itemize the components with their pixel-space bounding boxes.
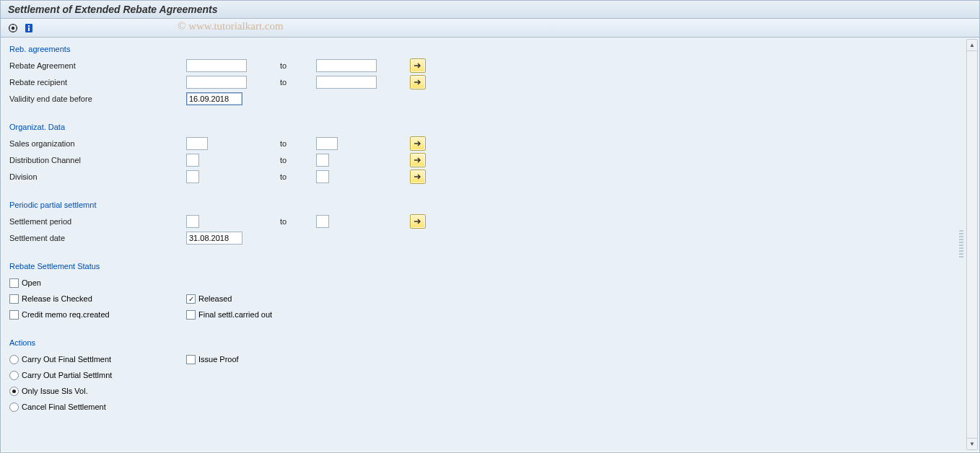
to-label: to <box>280 156 316 164</box>
checkbox-issue-proof[interactable] <box>186 355 196 364</box>
input-division-from[interactable] <box>186 170 199 183</box>
radio-cancel-final[interactable] <box>9 403 19 412</box>
checkbox-final-settl[interactable] <box>186 310 196 320</box>
to-label: to <box>280 78 316 87</box>
label-sales-org: Sales organization <box>9 139 186 148</box>
row-sales-org: Sales organization to <box>9 136 971 151</box>
checkbox-credit-memo[interactable] <box>9 310 19 320</box>
info-icon[interactable] <box>22 22 35 35</box>
checkbox-released[interactable]: ✓ <box>186 294 196 304</box>
watermark-text: © www.tutorialkart.com <box>178 20 284 32</box>
input-rebate-agreement-from[interactable] <box>186 59 247 72</box>
execute-icon[interactable] <box>6 22 19 35</box>
input-rebate-recipient-from[interactable] <box>186 76 247 89</box>
input-settlement-date[interactable] <box>186 232 242 245</box>
checkbox-release-checked[interactable] <box>9 294 19 304</box>
toolbar: © www.tutorialkart.com <box>1 19 979 38</box>
multi-select-rebate-recipient[interactable] <box>410 75 426 89</box>
radio-final-settlement[interactable] <box>9 355 19 364</box>
row-validity-end-date: Validity end date before <box>9 91 971 107</box>
row-dist-channel: Distribution Channel to <box>9 152 971 168</box>
label-validity-end: Validity end date before <box>9 94 186 103</box>
resize-grip-icon[interactable] <box>959 230 963 259</box>
label-final-settl: Final settl.carried out <box>198 310 272 319</box>
label-cancel-final: Cancel Final Settlement <box>22 403 106 411</box>
to-label: to <box>280 172 316 181</box>
to-label: to <box>280 61 316 70</box>
row-action-cancel: Cancel Final Settlement <box>9 399 971 415</box>
svg-rect-8 <box>28 27 30 31</box>
title-bar: Settlement of Extended Rebate Agreements <box>1 1 979 19</box>
input-validity-end-date[interactable] <box>186 92 242 105</box>
svg-point-1 <box>12 26 14 29</box>
content-area: Reb. agreements Rebate Agreement to Reba… <box>1 38 979 452</box>
svg-rect-7 <box>28 25 30 27</box>
input-rebate-agreement-to[interactable] <box>316 59 377 72</box>
vertical-scrollbar[interactable]: ▲ ▼ <box>966 39 978 450</box>
group-title-periodic: Periodic partial settlemnt <box>9 201 971 209</box>
page-title: Settlement of Extended Rebate Agreements <box>8 4 217 15</box>
row-settlement-date: Settlement date <box>9 230 971 246</box>
label-settlement-date: Settlement date <box>9 234 186 242</box>
row-status-credit: Credit memo req.created Final settl.carr… <box>9 307 971 322</box>
group-title-actions: Actions <box>9 338 971 347</box>
row-rebate-recipient: Rebate recipient to <box>9 74 971 90</box>
label-partial-settlement: Carry Out Partial Settlmnt <box>22 371 112 379</box>
row-settlement-period: Settlement period to <box>9 214 971 229</box>
scroll-up-icon[interactable]: ▲ <box>967 40 977 51</box>
label-final-settlement: Carry Out Final Settlment <box>22 355 111 364</box>
label-division: Division <box>9 172 186 181</box>
input-dist-channel-from[interactable] <box>186 154 199 167</box>
label-credit-memo: Credit memo req.created <box>22 310 110 319</box>
row-action-final: Carry Out Final Settlment Issue Proof <box>9 351 971 367</box>
row-status-open: Open <box>9 275 971 291</box>
group-title-org: Organizat. Data <box>9 123 971 131</box>
multi-select-settlement-period[interactable] <box>410 214 426 229</box>
checkbox-open[interactable] <box>9 278 19 288</box>
app-window: Settlement of Extended Rebate Agreements… <box>0 0 980 453</box>
radio-only-issue[interactable] <box>9 387 19 396</box>
multi-select-sales-org[interactable] <box>410 136 426 151</box>
input-rebate-recipient-to[interactable] <box>316 76 377 89</box>
input-settlement-period-to[interactable] <box>316 215 329 228</box>
row-rebate-agreement: Rebate Agreement to <box>9 58 971 74</box>
input-dist-channel-to[interactable] <box>316 154 329 167</box>
input-division-to[interactable] <box>316 170 329 183</box>
input-sales-org-to[interactable] <box>316 137 338 150</box>
scroll-down-icon[interactable]: ▼ <box>967 438 977 449</box>
label-settlement-period: Settlement period <box>9 217 186 226</box>
label-release-checked: Release is Checked <box>22 294 92 303</box>
to-label: to <box>280 139 316 148</box>
input-settlement-period-from[interactable] <box>186 215 199 228</box>
label-only-issue: Only Issue Sls Vol. <box>22 387 88 395</box>
label-released: Released <box>198 294 232 303</box>
to-label: to <box>280 217 316 226</box>
radio-partial-settlement[interactable] <box>9 371 19 380</box>
row-status-release: Release is Checked ✓ Released <box>9 291 971 307</box>
row-division: Division to <box>9 169 971 185</box>
row-action-partial: Carry Out Partial Settlmnt <box>9 367 971 383</box>
label-rebate-recipient: Rebate recipient <box>9 78 186 87</box>
label-issue-proof: Issue Proof <box>198 355 239 364</box>
label-open: Open <box>22 278 41 287</box>
group-title-reb: Reb. agreements <box>9 45 971 53</box>
group-title-status: Rebate Settlement Status <box>9 262 971 271</box>
multi-select-dist-channel[interactable] <box>410 153 426 167</box>
row-action-only-issue: Only Issue Sls Vol. <box>9 383 971 399</box>
input-sales-org-from[interactable] <box>186 137 208 150</box>
label-dist-channel: Distribution Channel <box>9 156 186 164</box>
multi-select-rebate-agreement[interactable] <box>410 58 426 73</box>
multi-select-division[interactable] <box>410 170 426 184</box>
label-rebate-agreement: Rebate Agreement <box>9 61 186 70</box>
